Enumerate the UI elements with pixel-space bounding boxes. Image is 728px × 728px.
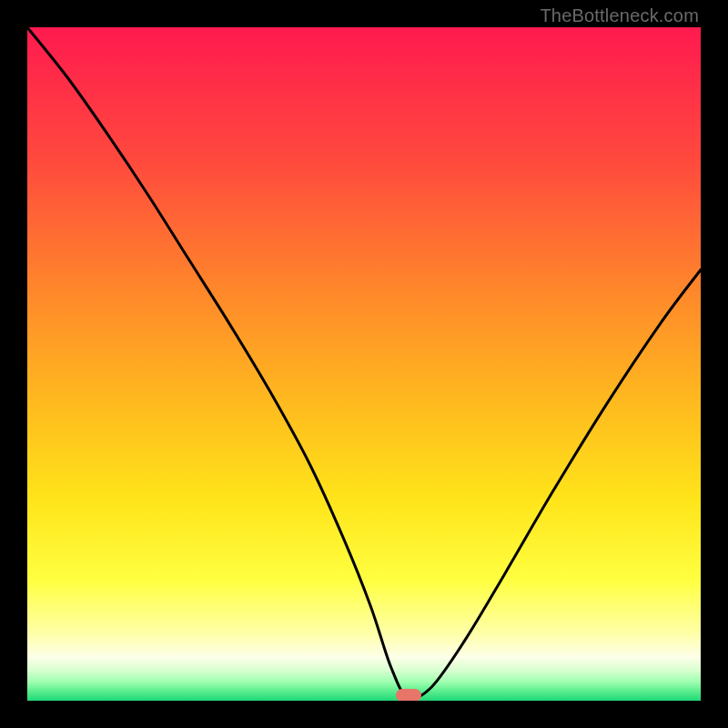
chart-frame: TheBottleneck.com bbox=[0, 0, 728, 728]
optimal-marker bbox=[396, 689, 421, 701]
watermark-text: TheBottleneck.com bbox=[540, 5, 699, 26]
plot-area bbox=[27, 27, 701, 701]
bottleneck-curve bbox=[27, 27, 701, 701]
